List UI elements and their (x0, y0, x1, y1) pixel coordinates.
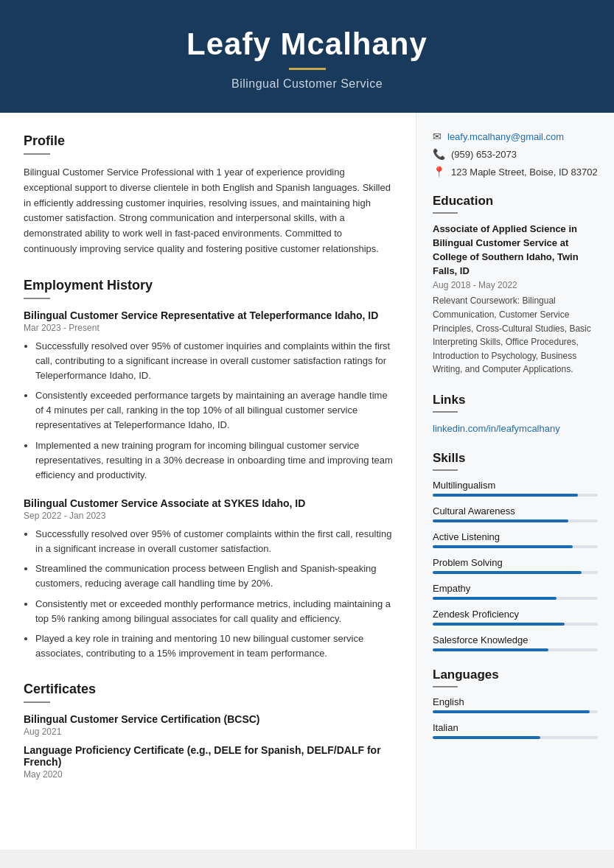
skill-bar-bg (433, 648, 598, 651)
job-title-1: Bilingual Customer Service Representativ… (24, 309, 394, 321)
contact-address-item: 📍 123 Maple Street, Boise, ID 83702 (433, 166, 598, 178)
bullet-2-3: Consistently met or exceeded monthly per… (35, 597, 394, 626)
skill-label: Problem Solving (433, 557, 598, 568)
skill-label: Multilingualism (433, 480, 598, 491)
education-title: Education (433, 194, 598, 209)
skill-bar-fill (433, 571, 582, 574)
job-title-2: Bilingual Customer Service Associate at … (24, 497, 394, 509)
cert-title-1: Bilingual Customer Service Certification… (24, 713, 394, 725)
languages-title: Languages (433, 668, 598, 682)
email-icon: ✉ (433, 130, 442, 142)
bullet-1-2: Consistently exceeded performance target… (35, 388, 394, 433)
skills-section: Skills Multilingualism Cultural Awarenes… (433, 451, 598, 651)
cert-item-1: Bilingual Customer Service Certification… (24, 713, 394, 737)
skill-bar-bg (433, 597, 598, 600)
bullet-1-3: Implemented a new training program for i… (35, 438, 394, 483)
bullet-2-2: Streamlined the communication process be… (35, 561, 394, 591)
skills-list: Multilingualism Cultural Awareness Activ… (433, 480, 598, 651)
skill-label: Empathy (433, 583, 598, 594)
bullet-1-1: Successfully resolved over 95% of custom… (35, 339, 394, 383)
skill-item: Cultural Awareness (433, 505, 598, 522)
edu-dates: Aug 2018 - May 2022 (433, 280, 598, 290)
certificates-divider (24, 701, 50, 703)
certificates-section: Certificates Bilingual Customer Service … (24, 682, 394, 780)
email-link[interactable]: leafy.mcalhany@gmail.com (447, 131, 564, 142)
skill-bar-fill (433, 648, 548, 651)
language-item: Italian (433, 722, 598, 739)
cert-title-2: Language Proficiency Certificate (e.g., … (24, 744, 394, 768)
job-block-1: Bilingual Customer Service Representativ… (24, 309, 394, 483)
skill-bar-fill (433, 597, 557, 600)
job-bullets-2: Successfully resolved over 95% of custom… (24, 527, 394, 661)
contact-phone-item: 📞 (959) 653-2073 (433, 148, 598, 160)
left-column: Profile Bilingual Customer Service Profe… (0, 113, 416, 850)
candidate-subtitle: Bilingual Customer Service (29, 77, 585, 91)
language-bar-fill (433, 710, 590, 713)
skill-bar-fill (433, 519, 568, 522)
profile-title: Profile (24, 133, 394, 149)
skills-divider (433, 469, 458, 471)
job-bullets-1: Successfully resolved over 95% of custom… (24, 339, 394, 483)
body: Profile Bilingual Customer Service Profe… (0, 113, 614, 850)
employment-title: Employment History (24, 278, 394, 293)
links-divider (433, 411, 458, 413)
skill-item: Problem Solving (433, 557, 598, 574)
bullet-2-4: Played a key role in training and mentor… (35, 631, 394, 661)
skill-label: Cultural Awareness (433, 505, 598, 517)
phone-text: (959) 653-2073 (451, 149, 517, 160)
languages-divider (433, 686, 458, 687)
languages-section: Languages English Italian (433, 668, 598, 739)
employment-divider (24, 298, 50, 299)
skill-label: Zendesk Proficiency (433, 609, 598, 620)
languages-list: English Italian (433, 696, 598, 739)
skill-bar-fill (433, 494, 578, 497)
skill-label: Salesforce Knowledge (433, 634, 598, 645)
cert-date-1: Aug 2021 (24, 727, 394, 737)
contact-email-item: ✉ leafy.mcalhany@gmail.com (433, 130, 598, 142)
links-title: Links (433, 393, 598, 407)
language-label: Italian (433, 722, 598, 733)
skill-bar-fill (433, 545, 573, 548)
links-section: Links linkedin.com/in/leafymcalhany (433, 393, 598, 435)
linkedin-link[interactable]: linkedin.com/in/leafymcalhany (433, 423, 560, 434)
education-divider (433, 212, 458, 214)
certificates-title: Certificates (24, 682, 394, 697)
contact-section: ✉ leafy.mcalhany@gmail.com 📞 (959) 653-2… (433, 130, 598, 178)
language-bar-bg (433, 736, 598, 739)
resume-wrapper: Leafy Mcalhany Bilingual Customer Servic… (0, 0, 614, 850)
language-label: English (433, 696, 598, 707)
education-section: Education Associate of Applied Science i… (433, 194, 598, 377)
skill-item: Active Listening (433, 531, 598, 548)
profile-divider (24, 153, 50, 155)
header: Leafy Mcalhany Bilingual Customer Servic… (0, 0, 614, 113)
skill-item: Empathy (433, 583, 598, 600)
profile-text: Bilingual Customer Service Professional … (24, 165, 394, 257)
skill-item: Multilingualism (433, 480, 598, 497)
location-icon: 📍 (433, 166, 445, 178)
phone-icon: 📞 (433, 148, 445, 160)
language-item: English (433, 696, 598, 713)
bullet-2-1: Successfully resolved over 95% of custom… (35, 527, 394, 556)
right-column: ✉ leafy.mcalhany@gmail.com 📞 (959) 653-2… (416, 113, 614, 850)
skill-bar-fill (433, 623, 565, 626)
skill-bar-bg (433, 519, 598, 522)
cert-date-2: May 2020 (24, 769, 394, 780)
job-block-2: Bilingual Customer Service Associate at … (24, 497, 394, 661)
edu-degree: Associate of Applied Science in Bilingua… (433, 223, 598, 278)
skill-label: Active Listening (433, 531, 598, 542)
skill-bar-bg (433, 545, 598, 548)
job-dates-2: Sep 2022 - Jan 2023 (24, 511, 394, 521)
job-dates-1: Mar 2023 - Present (24, 323, 394, 333)
skill-item: Salesforce Knowledge (433, 634, 598, 651)
skill-bar-bg (433, 623, 598, 626)
language-bar-bg (433, 710, 598, 713)
address-text: 123 Maple Street, Boise, ID 83702 (451, 167, 598, 178)
skill-bar-bg (433, 494, 598, 497)
skill-bar-bg (433, 571, 598, 574)
cert-item-2: Language Proficiency Certificate (e.g., … (24, 744, 394, 780)
edu-coursework: Relevant Coursework: Bilingual Communica… (433, 294, 598, 377)
skill-item: Zendesk Proficiency (433, 609, 598, 626)
profile-section: Profile Bilingual Customer Service Profe… (24, 133, 394, 257)
language-bar-fill (433, 736, 540, 739)
employment-section: Employment History Bilingual Customer Se… (24, 278, 394, 661)
